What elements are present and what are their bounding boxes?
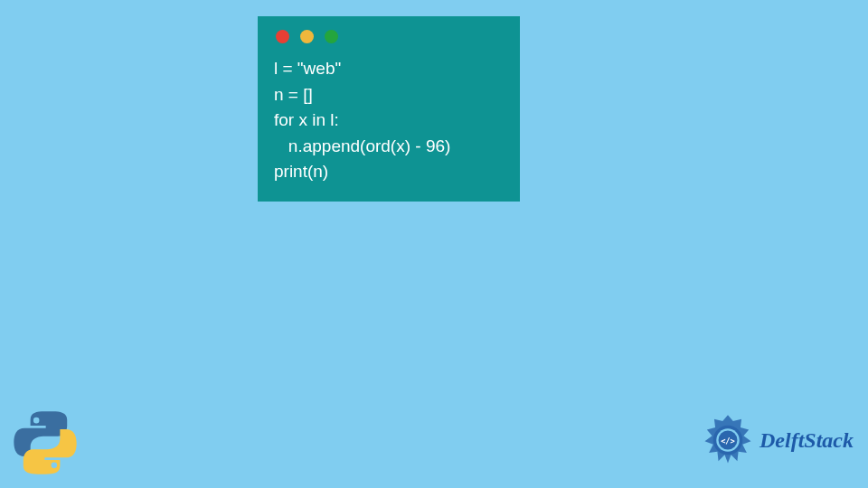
code-line: n = [] xyxy=(274,85,313,104)
maximize-icon xyxy=(325,30,338,43)
delftstack-emblem-icon: </> xyxy=(702,414,754,466)
code-line: l = "web" xyxy=(274,59,341,78)
code-window: l = "web" n = [] for x in l: n.append(or… xyxy=(258,16,520,202)
delftstack-brand-text: DelftStack xyxy=(760,428,854,453)
svg-text:</>: </> xyxy=(721,436,735,446)
window-controls xyxy=(274,30,504,43)
code-block: l = "web" n = [] for x in l: n.append(or… xyxy=(274,56,504,185)
minimize-icon xyxy=(300,30,314,43)
close-icon xyxy=(276,30,289,43)
code-line: for x in l: xyxy=(274,110,339,129)
delftstack-logo: </> DelftStack xyxy=(702,414,854,466)
code-line: n.append(ord(x) - 96) xyxy=(274,136,450,155)
code-line: print(n) xyxy=(274,162,328,181)
python-logo-icon xyxy=(13,410,78,475)
